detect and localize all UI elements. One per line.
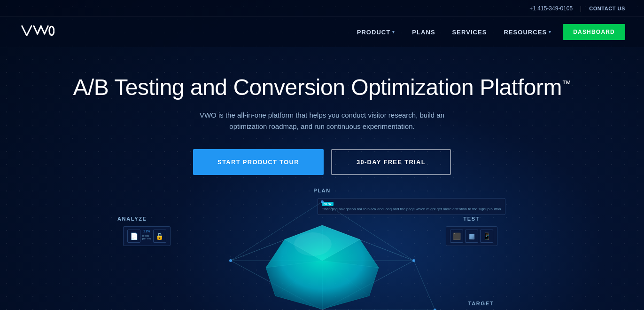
phone-number: +1 415-349-0105 bbox=[529, 5, 573, 12]
logo[interactable] bbox=[19, 24, 54, 40]
nav-services[interactable]: SERVICES bbox=[452, 29, 487, 36]
divider: | bbox=[580, 5, 582, 12]
main-nav: PRODUCT ▾ PLANS SERVICES RESOURCES ▾ DAS… bbox=[0, 17, 644, 47]
nav-plans[interactable]: PLANS bbox=[412, 29, 435, 36]
contact-us-link[interactable]: CONTACT US bbox=[589, 6, 625, 11]
nav-product[interactable]: PRODUCT ▾ bbox=[357, 29, 396, 36]
hero-section: A/B Testing and Conversion Optimization … bbox=[0, 47, 644, 175]
illustration-area: PLAN ANALYZE TEST TARGET NEW Changing na… bbox=[0, 188, 644, 310]
svg-line-9 bbox=[414, 261, 435, 310]
free-trial-button[interactable]: 30-DAY FREE TRIAL bbox=[331, 149, 451, 175]
svg-point-11 bbox=[321, 200, 324, 203]
nav-links: PRODUCT ▾ PLANS SERVICES RESOURCES ▾ bbox=[357, 29, 551, 36]
nav-resources[interactable]: RESOURCES ▾ bbox=[504, 29, 551, 36]
hero-title: A/B Testing and Conversion Optimization … bbox=[0, 75, 644, 100]
dashboard-button[interactable]: DASHBOARD bbox=[563, 24, 625, 40]
svg-point-19 bbox=[294, 232, 332, 256]
svg-point-13 bbox=[412, 259, 415, 262]
hero-buttons: START PRODUCT TOUR 30-DAY FREE TRIAL bbox=[0, 149, 644, 175]
hero-subtitle: VWO is the all-in-one platform that help… bbox=[186, 110, 458, 132]
label-analyze: ANALYZE bbox=[117, 216, 147, 222]
product-chevron-icon: ▾ bbox=[392, 30, 395, 34]
resources-chevron-icon: ▾ bbox=[549, 30, 551, 34]
start-tour-button[interactable]: START PRODUCT TOUR bbox=[193, 149, 324, 175]
svg-point-12 bbox=[229, 259, 232, 262]
logo-svg bbox=[19, 24, 54, 40]
analyze-icon-1: 📄 bbox=[127, 230, 140, 243]
illustration-svg bbox=[158, 188, 487, 310]
utility-bar: +1 415-349-0105 | CONTACT US bbox=[0, 0, 644, 17]
svg-point-0 bbox=[49, 26, 54, 35]
